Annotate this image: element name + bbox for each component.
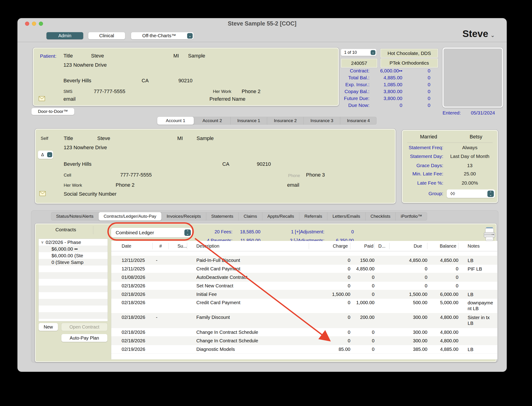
column-header[interactable]: Description (187, 243, 309, 249)
column-header[interactable]: Charge (309, 243, 350, 249)
patient-zip-field[interactable]: 90210 (178, 78, 192, 84)
auto-pay-plan-button[interactable]: Auto-Pay Plan (61, 334, 107, 342)
column-header[interactable]: Su... (169, 243, 187, 249)
ledger-row[interactable]: 02/18/2026 Change In Contract Schedule 0… (111, 328, 497, 337)
account-phone1-field[interactable]: 777-777-5555 (120, 172, 152, 178)
ledger-row[interactable]: 12/11/2025- Paid-In-Full Discount 0150.0… (111, 256, 497, 265)
tab-insurance-1[interactable]: Insurance 1 (230, 117, 267, 125)
ledger-row[interactable]: 02/19/2026 Diagnostic Models 85.000 385.… (111, 345, 497, 354)
tab-statements[interactable]: Statements (206, 212, 238, 220)
column-header[interactable]: Notes (459, 243, 497, 249)
ledger-row[interactable]: 02/18/2026 Change In Contract Schedule 0… (111, 337, 497, 345)
tab-insurance-2[interactable]: Insurance 2 (267, 117, 304, 125)
patient-phone1-field[interactable]: 777-777-5555 (94, 88, 125, 94)
tab-checklists[interactable]: Checklists (365, 212, 396, 220)
contract-item-label: 0 (Steve Samp (39, 260, 83, 265)
account-phone2-type[interactable]: Her Work (64, 183, 82, 188)
tab-claims[interactable]: Claims (238, 212, 262, 220)
patient-photo-placeholder[interactable] (443, 48, 503, 108)
group-dropdown[interactable]: ◊◊ ⌃⌄ (447, 189, 495, 198)
ledger-header-row: Date # Su... Description Charge Paid D..… (111, 241, 497, 251)
tab-insurance-4[interactable]: Insurance 4 (340, 117, 377, 125)
billing-value[interactable]: 20.00% (446, 180, 493, 186)
account-phone1-type[interactable]: Cell (64, 173, 71, 178)
patient-phone2-field[interactable]: Phone 2 (242, 88, 261, 94)
admin-tab-button[interactable]: Admin (46, 32, 83, 39)
ledger-row[interactable]: 02/18/2026 Set New Contract 00 00 (111, 282, 497, 290)
email-icon[interactable] (39, 191, 46, 197)
chevron-expand-icon[interactable]: ∨ (41, 240, 44, 245)
account-phone3-type[interactable]: Phone (288, 173, 300, 178)
ledger-row[interactable]: 02/18/2026 Initial Fee 1,500.000 1,500.0… (111, 290, 497, 299)
column-header[interactable]: Date (111, 243, 153, 249)
contract-tree-item[interactable]: ∨ 02/2026 - Phase (39, 239, 108, 246)
tab-letters-emails[interactable]: Letters/Emails (327, 212, 365, 220)
account-phone3-field[interactable]: Phone 3 (306, 172, 325, 178)
email-icon[interactable] (39, 96, 45, 102)
column-header[interactable]: Balance (427, 243, 459, 249)
account-phone2-field[interactable]: Phone 2 (116, 182, 134, 188)
account-ssn-field[interactable]: Social Security Number (64, 191, 117, 197)
patient-id-field[interactable]: 240057 (341, 59, 377, 68)
account-city-field[interactable]: Beverly Hills (64, 161, 92, 167)
new-contract-button[interactable]: New (39, 323, 58, 331)
account-zip-field[interactable]: 90210 (257, 161, 271, 167)
user-menu[interactable]: Steve ⌄ (462, 28, 495, 39)
billing-value[interactable]: Always (446, 145, 493, 150)
print-icon[interactable] (483, 227, 496, 243)
clinical-tab-button[interactable]: Clinical (88, 32, 125, 39)
patient-city-field[interactable]: Beverly Hills (64, 78, 91, 84)
account-mi-field[interactable]: MI (177, 135, 183, 141)
patient-first-name-field[interactable]: Steve (91, 53, 104, 59)
address-type-dropdown[interactable]: Δ ⌄ (38, 151, 53, 159)
tab-insurance-3[interactable]: Insurance 3 (304, 117, 340, 125)
account-last-name-field[interactable]: Sample (197, 135, 214, 141)
ledger-cell: 4,885.00 (427, 347, 459, 352)
patient-address-field[interactable]: 123 Nowhere Drive (64, 62, 107, 68)
patient-preferred-name-field[interactable]: Preferred Name (210, 96, 246, 102)
contract-list-empty-row (39, 305, 108, 312)
marital-status-field[interactable]: Married (402, 134, 455, 140)
billing-value[interactable]: 25.00 (446, 171, 493, 177)
contract-tree-item[interactable]: 0 (Steve Samp (39, 259, 108, 266)
tab-account-2[interactable]: Account 2 (194, 117, 230, 125)
account-title-field[interactable]: Title (64, 135, 73, 141)
tab-account-1[interactable]: Account 1 (157, 117, 194, 125)
patient-state-field[interactable]: CA (142, 78, 149, 84)
tab-referrals[interactable]: Referrals (299, 212, 327, 220)
contract-tree-item[interactable]: $6,000.00 (Ste (39, 252, 108, 259)
column-header[interactable]: # (153, 243, 169, 249)
contract-tree-item[interactable]: $6,000.00 •• (39, 246, 108, 252)
door-to-door-button[interactable]: Door-to-Door™ (31, 108, 74, 115)
tab-invoices-receipts[interactable]: Invoices/Receipts (161, 212, 206, 220)
practice-field[interactable]: PTek Orthodontics (380, 58, 438, 68)
ledger-row[interactable]: 01/08/2026 AutoDeactivate Contract 00 00 (111, 273, 497, 282)
patient-title-field[interactable]: Title (64, 53, 73, 59)
column-header[interactable]: Due (389, 243, 427, 249)
patient-phone1-type[interactable]: SMS (64, 89, 73, 94)
patient-phone2-type[interactable]: Her Work (213, 89, 231, 94)
tab-appts-recalls[interactable]: Appts/Recalls (262, 212, 299, 220)
account-first-name-field[interactable]: Steve (97, 135, 110, 141)
record-navigator-dropdown[interactable]: 1 of 10 ⌄ (341, 49, 376, 56)
patient-mi-field[interactable]: MI (173, 53, 179, 59)
ledger-row[interactable]: 12/11/2025 Credit Card Payment 04,850.00… (111, 265, 497, 273)
account-state-field[interactable]: CA (222, 161, 229, 167)
ledger-row[interactable]: 02/18/2026- Family Discount 0200.00 300.… (111, 313, 497, 328)
provider-field[interactable]: Hot Chocolate, DDS (380, 49, 438, 58)
column-header[interactable]: D... (374, 243, 389, 249)
ledger-row[interactable]: 02/18/2026 Credit Card Payment 01,000.00… (111, 299, 497, 313)
patient-email-field[interactable]: email (64, 96, 76, 102)
tab-iportfolio[interactable]: iPortfolio™ (395, 212, 427, 220)
tab-status-notes-alerts[interactable]: Status/Notes/Alerts (51, 212, 99, 220)
off-the-charts-dropdown[interactable]: Off-the-Charts™ ⌄ (131, 32, 194, 39)
billing-value[interactable]: 13 (446, 163, 493, 168)
column-header[interactable]: Paid (350, 243, 374, 249)
spouse-field[interactable]: Betsy (455, 134, 497, 140)
account-address-field[interactable]: 123 Nowhere Drive (64, 145, 107, 151)
tab-contracts-ledger-autopay[interactable]: Contracts/Ledger/Auto-Pay (99, 212, 161, 220)
patient-last-name-field[interactable]: Sample (188, 53, 205, 59)
account-email-field[interactable]: email (287, 182, 299, 188)
billing-value[interactable]: Last Day of Month (446, 153, 493, 159)
balance-label: Due Now: (341, 102, 370, 108)
